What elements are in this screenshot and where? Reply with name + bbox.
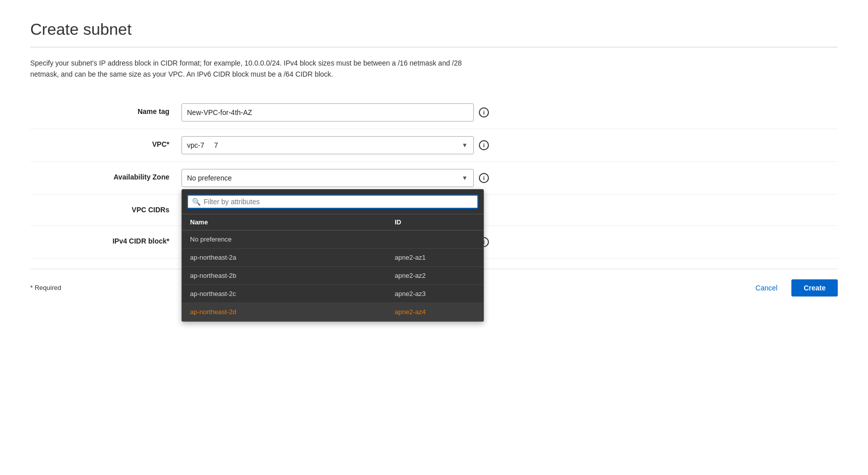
dropdown-list: No preference ap-northeast-2a apne2-az1 … bbox=[182, 230, 483, 321]
name-tag-row: Name tag i bbox=[30, 96, 838, 129]
dropdown-item-id bbox=[395, 235, 475, 243]
create-button[interactable]: Create bbox=[791, 279, 838, 296]
ipv4-cidr-label: IPv4 CIDR block* bbox=[30, 233, 181, 245]
vpc-cidrs-label: VPC CIDRs bbox=[30, 202, 181, 214]
dropdown-item-2a[interactable]: ap-northeast-2a apne2-az1 bbox=[182, 249, 483, 267]
page-description: Specify your subnet's IP address block i… bbox=[30, 57, 484, 80]
dropdown-item-name: ap-northeast-2d bbox=[190, 308, 395, 316]
dropdown-item-name: No preference bbox=[190, 235, 395, 243]
dropdown-column-name: Name bbox=[190, 218, 395, 226]
footer-buttons: Cancel Create bbox=[748, 279, 838, 296]
name-tag-control: i bbox=[181, 103, 838, 122]
dropdown-item-name: ap-northeast-2c bbox=[190, 290, 395, 298]
availability-zone-select[interactable]: No preference bbox=[181, 169, 474, 187]
dropdown-header: Name ID bbox=[182, 214, 483, 230]
dropdown-search-input[interactable] bbox=[204, 198, 473, 206]
name-tag-label: Name tag bbox=[30, 103, 181, 115]
dropdown-item-name: ap-northeast-2a bbox=[190, 254, 395, 261]
vpc-label: VPC* bbox=[30, 136, 181, 148]
availability-zone-info-icon[interactable]: i bbox=[479, 173, 489, 183]
dropdown-column-id: ID bbox=[395, 218, 475, 226]
dropdown-item-id: apne2-az2 bbox=[395, 272, 475, 279]
dropdown-item-2d[interactable]: ap-northeast-2d apne2-az4 bbox=[182, 303, 483, 321]
form-area: Name tag i VPC* vpc-7 7 ▼ i Availabil bbox=[30, 96, 838, 259]
name-tag-input[interactable] bbox=[181, 103, 474, 122]
search-icon: 🔍 bbox=[192, 198, 201, 206]
vpc-control: vpc-7 7 ▼ i bbox=[181, 136, 838, 154]
dropdown-item-name: ap-northeast-2b bbox=[190, 272, 395, 279]
name-tag-info-icon[interactable]: i bbox=[479, 107, 489, 117]
vpc-select[interactable]: vpc-7 7 bbox=[181, 136, 474, 154]
dropdown-item-id: apne2-az4 bbox=[395, 308, 475, 316]
dropdown-item-id: apne2-az3 bbox=[395, 290, 475, 298]
vpc-row: VPC* vpc-7 7 ▼ i bbox=[30, 129, 838, 162]
cancel-button[interactable]: Cancel bbox=[748, 280, 786, 296]
availability-zone-control: No preference ▼ i bbox=[181, 169, 838, 187]
availability-zone-select-wrapper: No preference ▼ bbox=[181, 169, 474, 187]
dropdown-search-inner: 🔍 bbox=[187, 195, 478, 209]
dropdown-item-2c[interactable]: ap-northeast-2c apne2-az3 bbox=[182, 285, 483, 303]
availability-zone-row: Availability Zone No preference ▼ i 🔍 bbox=[30, 162, 838, 195]
page-title: Create subnet bbox=[30, 20, 838, 47]
page-container: Create subnet Specify your subnet's IP a… bbox=[0, 0, 868, 475]
availability-zone-label: Availability Zone bbox=[30, 169, 181, 181]
dropdown-item-no-preference[interactable]: No preference bbox=[182, 230, 483, 249]
dropdown-item-2b[interactable]: ap-northeast-2b apne2-az2 bbox=[182, 267, 483, 285]
availability-zone-dropdown: 🔍 Name ID No preference ap-northeast-2a bbox=[181, 189, 484, 322]
vpc-select-wrapper: vpc-7 7 ▼ bbox=[181, 136, 474, 154]
dropdown-item-id: apne2-az1 bbox=[395, 254, 475, 261]
vpc-info-icon[interactable]: i bbox=[479, 140, 489, 150]
dropdown-search-area: 🔍 bbox=[182, 190, 483, 214]
